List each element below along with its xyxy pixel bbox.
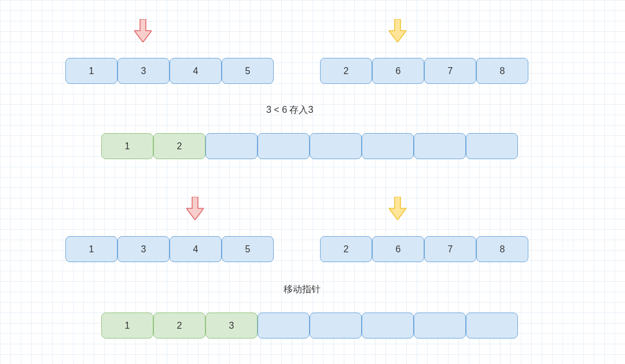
step1-left-cell-2: 4: [170, 58, 222, 84]
cell-value: 1: [125, 321, 130, 331]
step1-merged-cell-7: [466, 133, 518, 159]
step1-left-cell-0: 1: [65, 58, 117, 84]
cell-value: 1: [125, 141, 130, 152]
cell-value: 6: [396, 66, 401, 76]
step1-left-cell-3: 5: [222, 58, 274, 84]
cell-value: 2: [177, 321, 182, 331]
step2-merged-cell-6: [414, 312, 466, 339]
step2-merged-cell-5: [362, 312, 414, 339]
cell-value: 3: [141, 66, 146, 76]
step2-left-cell-0: 1: [65, 236, 117, 262]
step2-right-cell-3: 8: [476, 236, 528, 262]
cell-value: 8: [500, 244, 505, 255]
step1-right-cell-3: 8: [476, 58, 528, 84]
cell-value: 2: [177, 141, 182, 152]
step2-merged-cell-3: [258, 312, 310, 339]
step1-merged-cell-4: [310, 133, 362, 159]
cell-value: 3: [141, 244, 146, 255]
step2-caption: 移动指针: [284, 284, 321, 296]
step1-left-cell-1: 3: [117, 58, 170, 84]
step1-right-cell-2: 7: [424, 58, 476, 84]
pointer-right-arrow-step2: [389, 197, 406, 220]
cell-value: 3: [229, 321, 234, 331]
cell-value: 1: [89, 244, 94, 255]
step1-merged-cell-6: [414, 133, 466, 159]
step1-merged-cell-5: [362, 133, 414, 159]
cell-value: 2: [344, 244, 349, 255]
cell-value: 8: [500, 66, 505, 76]
step1-merged-cell-2: [205, 133, 258, 159]
step1-right-cell-0: 2: [320, 58, 372, 84]
cell-value: 2: [344, 66, 349, 76]
cell-value: 5: [245, 244, 251, 255]
cell-value: 7: [448, 66, 453, 76]
step1-right-cell-1: 6: [372, 58, 424, 84]
step1-merged-cell-3: [258, 133, 310, 159]
step2-left-cell-3: 5: [222, 236, 274, 262]
step2-merged-cell-4: [310, 312, 362, 339]
cell-value: 5: [245, 66, 251, 76]
pointer-left-arrow-step2: [186, 197, 204, 220]
pointer-left-arrow-step1: [134, 19, 152, 42]
step1-caption: 3 < 6 存入3: [266, 104, 313, 116]
step2-left-cell-2: 4: [170, 236, 222, 262]
cell-value: 6: [396, 244, 401, 255]
step2-merged-cell-2: 3: [205, 312, 258, 339]
cell-value: 4: [193, 66, 198, 76]
step2-merged-cell-7: [466, 312, 518, 339]
step2-right-cell-1: 6: [372, 236, 424, 262]
cell-value: 4: [193, 244, 198, 255]
step2-right-cell-0: 2: [320, 236, 372, 262]
cell-value: 7: [448, 244, 453, 255]
step2-left-cell-1: 3: [117, 236, 170, 262]
cell-value: 1: [89, 66, 94, 76]
pointer-right-arrow-step1: [389, 19, 406, 42]
step1-merged-cell-1: 2: [153, 133, 205, 159]
step2-merged-cell-1: 2: [153, 312, 205, 339]
step2-right-cell-2: 7: [424, 236, 476, 262]
step1-merged-cell-0: 1: [101, 133, 153, 159]
step2-merged-cell-0: 1: [101, 312, 153, 339]
